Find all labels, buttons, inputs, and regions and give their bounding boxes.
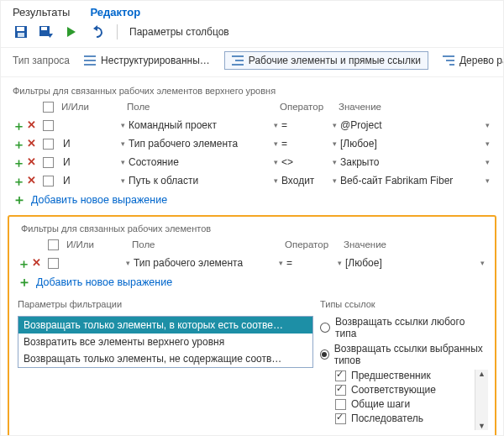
operator-dropdown[interactable]: =▾ bbox=[280, 117, 339, 134]
andor-dropdown[interactable]: ▾ bbox=[61, 117, 127, 134]
delete-row-icon[interactable]: ✕ bbox=[27, 138, 36, 150]
link-type-item[interactable]: Соответствующие bbox=[335, 384, 436, 396]
plus-icon: ＋ bbox=[13, 193, 26, 207]
operator-dropdown[interactable]: =▾ bbox=[285, 255, 344, 271]
query-type-direct-links[interactable]: Рабочие элементы и прямые ссылки bbox=[224, 51, 428, 70]
query-type-tree-label: Дерево рабо… bbox=[459, 55, 504, 66]
row-checkbox[interactable] bbox=[43, 139, 54, 150]
tree-icon bbox=[443, 55, 454, 66]
add-row-icon[interactable]: ＋ bbox=[13, 175, 25, 187]
link-type-item[interactable]: Последователь bbox=[335, 412, 436, 424]
row-checkbox[interactable] bbox=[48, 258, 59, 269]
filter-row: ＋ ✕ И▾ Тип рабочего элемента▾ =▾ [Любое]… bbox=[1, 134, 503, 153]
chevron-down-icon: ▾ bbox=[486, 158, 490, 166]
chevron-down-icon: ▾ bbox=[121, 121, 125, 129]
tab-results[interactable]: Результаты bbox=[13, 6, 70, 18]
operator-dropdown[interactable]: Входит▾ bbox=[280, 172, 339, 189]
save-icon[interactable] bbox=[13, 24, 29, 40]
linked-select-all-checkbox[interactable] bbox=[48, 239, 59, 250]
value-dropdown[interactable]: [Любое]▾ bbox=[339, 135, 491, 152]
scroll-up-icon[interactable]: ▲ bbox=[475, 370, 488, 378]
chevron-down-icon: ▾ bbox=[121, 176, 125, 185]
andor-dropdown[interactable]: ▾ bbox=[66, 255, 132, 271]
row-checkbox[interactable] bbox=[43, 157, 54, 168]
add-expression-top[interactable]: ＋ Добавить новое выражение bbox=[1, 190, 503, 213]
linked-filters-box: Фильтры для связанных рабочих элементов … bbox=[8, 215, 496, 436]
checkbox-icon[interactable] bbox=[335, 385, 346, 396]
operator-dropdown[interactable]: <>▾ bbox=[280, 154, 339, 171]
chevron-down-icon: ▾ bbox=[338, 259, 342, 267]
chevron-down-icon: ▾ bbox=[333, 158, 337, 166]
col-andor: И/Или bbox=[66, 239, 132, 250]
col-field: Поле bbox=[127, 102, 280, 112]
link-type-item[interactable]: Общие шаги bbox=[335, 398, 436, 410]
chevron-down-icon: ▾ bbox=[274, 176, 278, 185]
add-row-icon[interactable]: ＋ bbox=[18, 257, 30, 270]
add-row-icon[interactable]: ＋ bbox=[13, 156, 25, 169]
checkbox-icon[interactable] bbox=[335, 413, 346, 424]
add-expression-label: Добавить новое выражение bbox=[36, 276, 172, 288]
field-dropdown[interactable]: Путь к области▾ bbox=[127, 172, 280, 189]
add-row-icon[interactable]: ＋ bbox=[13, 138, 25, 150]
operator-dropdown[interactable]: =▾ bbox=[280, 135, 339, 152]
value-dropdown[interactable]: Веб-сайт Fabrikam Fiber▾ bbox=[339, 172, 491, 189]
select-all-checkbox[interactable] bbox=[43, 102, 54, 113]
query-type-tree[interactable]: Дерево рабо… bbox=[435, 51, 504, 70]
chevron-down-icon: ▾ bbox=[333, 121, 337, 129]
chevron-down-icon: ▾ bbox=[486, 139, 490, 148]
tab-editor[interactable]: Редактор bbox=[90, 6, 140, 18]
undo-icon[interactable] bbox=[88, 24, 105, 40]
checkbox-icon[interactable] bbox=[335, 370, 346, 381]
chevron-down-icon: ▾ bbox=[486, 176, 490, 185]
link-types-radio-selected[interactable]: Возвращать ссылки выбранных типов bbox=[320, 343, 488, 366]
row-checkbox[interactable] bbox=[43, 120, 54, 131]
query-type-direct-label: Рабочие элементы и прямые ссылки bbox=[249, 55, 421, 66]
column-params-button[interactable]: Параметры столбцов bbox=[129, 26, 229, 38]
chevron-down-icon: ▾ bbox=[333, 139, 337, 148]
filter-params-item[interactable]: Возвращать только элементы, не содержащи… bbox=[18, 350, 312, 367]
filter-row: ＋ ✕ И▾ Путь к области▾ Входит▾ Веб-сайт … bbox=[1, 171, 503, 190]
field-dropdown[interactable]: Состояние▾ bbox=[127, 154, 280, 171]
delete-row-icon[interactable]: ✕ bbox=[27, 156, 36, 169]
value-dropdown[interactable]: @Project▾ bbox=[339, 117, 491, 134]
filter-params-item[interactable]: Возвращать только элементы, в которых ес… bbox=[18, 317, 312, 334]
chevron-down-icon: ▾ bbox=[480, 259, 485, 267]
link-types-radio-any[interactable]: Возвращать ссылки любого типа bbox=[320, 316, 488, 339]
chevron-down-icon: ▾ bbox=[279, 259, 283, 267]
col-andor: И/Или bbox=[61, 102, 127, 112]
filter-params-listbox[interactable]: Возвращать только элементы, в которых ес… bbox=[18, 316, 313, 368]
delete-row-icon[interactable]: ✕ bbox=[27, 175, 36, 187]
delete-row-icon[interactable]: ✕ bbox=[32, 257, 41, 270]
top-filters-title: Фильтры для связанных рабочих элементов … bbox=[1, 77, 503, 97]
value-dropdown[interactable]: [Любое]▾ bbox=[344, 255, 486, 271]
field-dropdown[interactable]: Тип рабочего элемента▾ bbox=[127, 135, 280, 152]
filter-params-item[interactable]: Возвратить все элементы верхнего уровня bbox=[18, 334, 312, 350]
query-type-flat[interactable]: Неструктурированны… bbox=[76, 51, 218, 70]
query-type-label: Тип запроса bbox=[13, 55, 70, 66]
direct-links-icon bbox=[232, 55, 244, 66]
link-type-item[interactable]: Предшественник bbox=[335, 370, 436, 381]
andor-dropdown[interactable]: И▾ bbox=[61, 154, 127, 171]
link-types-radio-selected-label: Возвращать ссылки выбранных типов bbox=[334, 343, 488, 366]
flat-list-icon bbox=[84, 55, 96, 66]
add-row-icon[interactable]: ＋ bbox=[13, 119, 25, 132]
row-checkbox[interactable] bbox=[43, 176, 54, 186]
andor-dropdown[interactable]: И▾ bbox=[61, 135, 127, 152]
linked-filters-title: Фильтры для связанных рабочих элементов bbox=[9, 218, 495, 235]
save-as-icon[interactable] bbox=[38, 24, 55, 40]
plus-icon: ＋ bbox=[18, 276, 31, 289]
checkbox-icon[interactable] bbox=[335, 399, 346, 410]
link-type-label: Последователь bbox=[351, 412, 423, 424]
run-icon[interactable] bbox=[63, 24, 80, 40]
field-dropdown[interactable]: Командный проект▾ bbox=[127, 117, 280, 134]
scroll-down-icon[interactable]: ▼ bbox=[475, 422, 488, 430]
svg-rect-1 bbox=[17, 27, 24, 31]
value-dropdown[interactable]: Закрыто▾ bbox=[339, 154, 491, 171]
andor-dropdown[interactable]: И▾ bbox=[61, 172, 127, 189]
link-types-radio-any-label: Возвращать ссылки любого типа bbox=[335, 316, 488, 339]
field-dropdown[interactable]: Тип рабочего элемента▾ bbox=[132, 255, 285, 271]
link-types-scrollbar[interactable]: ▲ ▼ bbox=[475, 370, 488, 430]
delete-row-icon[interactable]: ✕ bbox=[27, 119, 36, 132]
add-expression-linked[interactable]: ＋ Добавить новое выражение bbox=[9, 272, 495, 296]
svg-rect-2 bbox=[18, 33, 24, 37]
